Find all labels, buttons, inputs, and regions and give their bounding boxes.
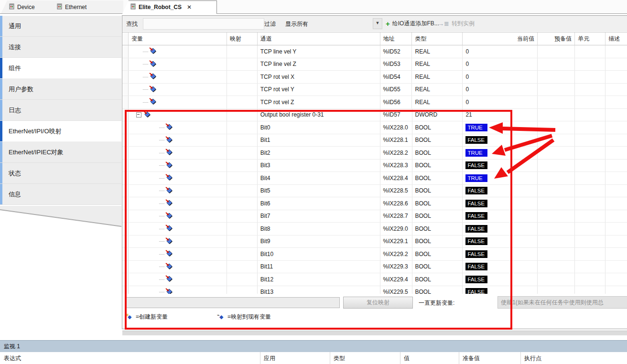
- device-editor-window: DeviceEthernetElite_Robot_CS✕ 通用连接组件用户参数…: [0, 0, 627, 364]
- column-header-类型[interactable]: 类型: [412, 32, 463, 45]
- mapping-cell: [227, 109, 258, 121]
- address-cell: %IX229.5: [380, 286, 412, 294]
- table-row[interactable]: Bit9%IX229.1BOOLFALSE: [122, 236, 627, 248]
- variable-cell: [129, 109, 227, 121]
- variable-cell: [129, 147, 227, 159]
- row-gutter: [122, 185, 129, 197]
- description-cell: [605, 109, 627, 121]
- table-row[interactable]: Bit13%IX229.5BOOLFALSE: [122, 286, 627, 294]
- table-row[interactable]: TCP line vel Z%ID53REAL0: [122, 58, 627, 71]
- horizontal-scrollbar[interactable]: [122, 331, 627, 335]
- address-cell: %IX228.5: [380, 185, 412, 197]
- find-input[interactable]: [143, 18, 264, 30]
- table-row[interactable]: Bit8%IX229.0BOOLFALSE: [122, 223, 627, 236]
- column-header-当前值[interactable]: 当前值: [463, 32, 538, 45]
- mapping-cell: [227, 185, 258, 197]
- always-update-dropdown[interactable]: 使能1(如果未在任何任务中使用则使用总: [497, 296, 627, 309]
- description-cell: [605, 58, 627, 71]
- create-new-variable-icon: ✳◆: [125, 314, 133, 321]
- type-cell: BOOL: [412, 185, 463, 197]
- channel-cell-text: Bit0: [260, 124, 270, 131]
- goto-instance-button[interactable]: →≣ 转到实例: [434, 18, 478, 29]
- type-cell: BOOL: [412, 147, 463, 159]
- column-header-单元[interactable]: 单元: [575, 32, 605, 45]
- channel-cell: Output bool register 0-31: [258, 109, 380, 121]
- type-cell-text: BOOL: [415, 225, 431, 232]
- current-value: 0: [465, 86, 469, 93]
- variable-cell: [129, 197, 227, 210]
- table-row[interactable]: Bit2%IX228.2BOOLTRUE: [122, 147, 627, 160]
- create-new-variable-icon: [165, 174, 173, 182]
- bool-value-badge: FALSE: [465, 161, 487, 169]
- sidebar-item-信息[interactable]: 信息: [0, 184, 121, 205]
- reset-mapping-button[interactable]: 复位映射: [343, 297, 413, 309]
- io-table-body: TCP line vel Y%ID52REAL0TCP line vel Z%I…: [122, 45, 627, 294]
- table-row[interactable]: TCP rot vel X%ID54REAL0: [122, 71, 627, 84]
- channel-cell-text: TCP rot vel Y: [260, 86, 294, 93]
- address-cell: %IX229.1: [380, 236, 412, 248]
- table-row[interactable]: Bit6%IX228.6BOOLFALSE: [122, 197, 627, 210]
- channel-cell-text: Bit2: [260, 150, 270, 156]
- address-cell-text: %IX229.5: [383, 289, 408, 294]
- sidebar-accent-bar: [0, 121, 2, 141]
- address-cell-text: %IX228.6: [383, 200, 408, 207]
- close-icon[interactable]: ✕: [187, 4, 192, 10]
- sidebar-item-EtherNet/IPIEC对象[interactable]: EtherNet/IPIEC对象: [0, 142, 121, 163]
- table-row[interactable]: TCP rot vel Y%ID55REAL0: [122, 84, 627, 96]
- watch-column-header-执行点[interactable]: 执行点: [524, 354, 541, 363]
- tree-branch-dots: [159, 228, 164, 229]
- table-row[interactable]: Bit3%IX228.3BOOLFALSE: [122, 160, 627, 172]
- table-row[interactable]: Bit4%IX228.4BOOLTRUE: [122, 172, 627, 185]
- sidebar-accent-bar: [0, 142, 2, 162]
- create-new-variable-icon: [165, 225, 173, 233]
- legend-map-label: =映射到现有变量: [227, 313, 271, 321]
- description-cell: [605, 147, 627, 159]
- sidebar-item-状态[interactable]: 状态: [0, 163, 121, 184]
- column-header-通道[interactable]: 通道: [258, 32, 380, 45]
- sidebar-item-连接[interactable]: 连接: [0, 37, 121, 58]
- device-icon: [56, 3, 63, 11]
- address-cell-text: %ID55: [383, 86, 400, 93]
- type-cell: BOOL: [412, 210, 463, 223]
- tab-elite_robot_cs[interactable]: Elite_Robot_CS✕: [122, 0, 217, 14]
- watch-column-header-类型[interactable]: 类型: [334, 354, 345, 363]
- variable-cell: [129, 45, 227, 58]
- create-new-variable-icon: [165, 237, 173, 246]
- sidebar-item-组件[interactable]: 组件: [0, 58, 121, 79]
- chevron-down-icon[interactable]: ▼: [373, 18, 382, 29]
- table-row[interactable]: Bit10%IX229.2BOOLFALSE: [122, 248, 627, 261]
- table-row[interactable]: Bit7%IX228.7BOOLFALSE: [122, 210, 627, 223]
- sidebar-accent-bar: [0, 184, 2, 204]
- column-header-变量[interactable]: 变量: [129, 32, 227, 45]
- collapse-minus-icon[interactable]: [136, 112, 141, 118]
- watch-column-header-应用[interactable]: 应用: [264, 354, 275, 363]
- address-cell: %ID53: [380, 58, 412, 71]
- sidebar-item-label: 组件: [9, 64, 21, 73]
- table-row[interactable]: Bit1%IX228.1BOOLFALSE: [122, 134, 627, 147]
- table-row[interactable]: Bit5%IX228.5BOOLFALSE: [122, 185, 627, 198]
- watch-column-header-值[interactable]: 值: [404, 354, 410, 363]
- table-row[interactable]: Bit0%IX228.0BOOLTRUE: [122, 121, 627, 134]
- table-row[interactable]: Output bool register 0-31%ID57DWORD21: [122, 109, 627, 122]
- table-row[interactable]: TCP rot vel Z%ID56REAL0: [122, 96, 627, 109]
- sidebar-item-EtherNet/IPI/O映射[interactable]: EtherNet/IPI/O映射: [0, 121, 121, 142]
- value-cell: 0: [463, 71, 538, 83]
- column-header-label: 预备值: [554, 35, 572, 43]
- watch-column-header-准备值[interactable]: 准备值: [463, 354, 480, 363]
- column-header-描述[interactable]: 描述: [605, 32, 627, 45]
- filter-dropdown[interactable]: 显示所有: [285, 20, 308, 28]
- watch-column-header-表达式[interactable]: 表达式: [4, 354, 21, 363]
- table-row[interactable]: Bit12%IX229.4BOOLFALSE: [122, 273, 627, 286]
- sidebar-item-日志[interactable]: 日志: [0, 100, 121, 121]
- column-header-地址[interactable]: 地址: [380, 32, 412, 45]
- tab-ethernet[interactable]: Ethernet: [49, 0, 123, 13]
- table-row[interactable]: TCP line vel Y%ID52REAL0: [122, 45, 627, 58]
- row-gutter: [122, 160, 129, 172]
- sidebar-item-用户参数[interactable]: 用户参数: [0, 79, 121, 100]
- variable-cell: [129, 121, 227, 134]
- address-cell-text: %IX228.7: [383, 213, 408, 219]
- table-row[interactable]: Bit11%IX229.3BOOLFALSE: [122, 261, 627, 274]
- sidebar-item-通用[interactable]: 通用: [0, 16, 121, 37]
- column-header-映射[interactable]: 映射: [227, 32, 258, 45]
- column-header-预备值[interactable]: 预备值: [538, 32, 575, 45]
